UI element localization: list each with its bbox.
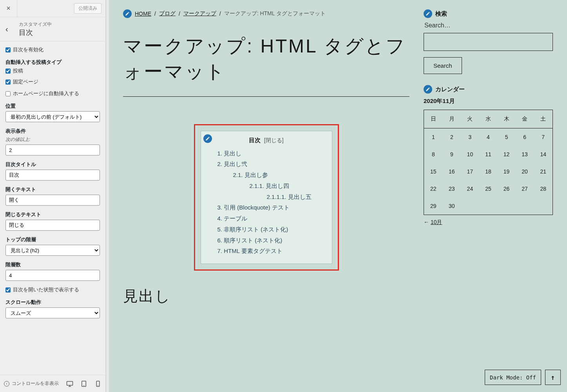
calendar-cell[interactable]: 17 [461, 163, 479, 180]
calendar-cell[interactable]: 3 [461, 128, 479, 146]
calendar-cell[interactable]: 11 [479, 146, 498, 163]
calendar-cell[interactable]: 13 [516, 146, 534, 163]
calendar-prev-link[interactable]: ← 10月 [424, 219, 553, 226]
calendar-cell [534, 197, 553, 215]
calendar-cell[interactable]: 29 [424, 197, 443, 215]
toc-title-input[interactable] [5, 170, 100, 181]
calendar-cell[interactable]: 8 [424, 146, 443, 163]
toc-item[interactable]: 5. 非順序リスト (ネスト化) [209, 224, 324, 235]
top-level-label: トップの階層 [5, 236, 100, 243]
toc-item[interactable]: 4. テーブル [209, 213, 324, 224]
edit-shortcut-icon[interactable] [424, 9, 432, 18]
search-label: Search… [424, 22, 553, 29]
calendar-cell[interactable]: 21 [534, 163, 553, 180]
publish-button[interactable]: 公開済み [74, 3, 101, 14]
breadcrumb-markup[interactable]: マークアップ [183, 10, 216, 17]
calendar-cell[interactable]: 5 [497, 128, 516, 146]
section-title: 目次 [19, 28, 52, 37]
toc-title-label: 目次タイトル [5, 161, 100, 168]
display-condition-label: 表示条件 [5, 128, 100, 135]
desktop-icon[interactable] [66, 380, 73, 387]
sidebar-scrollbar[interactable] [106, 0, 109, 392]
calendar-cell[interactable]: 14 [534, 146, 553, 163]
display-condition-sublabel: 次の値以上: [5, 136, 100, 143]
mobile-icon[interactable] [94, 380, 101, 387]
depth-input[interactable] [5, 270, 100, 281]
calendar-cell[interactable]: 25 [479, 180, 498, 197]
scroll-behavior-select[interactable]: スムーズ [5, 307, 100, 318]
search-widget-title: 検索 [435, 10, 447, 18]
breadcrumb-home[interactable]: HOME [135, 11, 151, 17]
toc-item[interactable]: 2. 見出し弐 [209, 159, 324, 170]
enable-toc-checkbox[interactable]: 目次を有効化 [5, 46, 100, 53]
toc-item[interactable]: 2.1.1. 見出し四 [209, 181, 324, 191]
customizer-sidebar: × 公開済み ‹ カスタマイズ中 目次 目次を有効化 自動挿入する投稿タイプ 投… [0, 0, 106, 392]
edit-shortcut-icon[interactable] [123, 9, 132, 18]
calendar-cell[interactable]: 6 [516, 128, 534, 146]
breadcrumb-current: マークアップ: HTML タグとフォーマット [224, 10, 326, 17]
calendar-day-header: 金 [516, 110, 534, 128]
calendar-cell[interactable]: 4 [479, 128, 498, 146]
close-button[interactable]: × [0, 0, 17, 17]
edit-shortcut-icon[interactable] [203, 134, 212, 143]
calendar-cell[interactable]: 7 [534, 128, 553, 146]
initial-open-checkbox[interactable]: 目次を開いた状態で表示する [5, 286, 100, 293]
top-level-select[interactable]: 見出し2 (h2) [5, 245, 100, 256]
toc-toggle[interactable]: [閉じる] [264, 137, 284, 143]
toc-item[interactable]: 6. 順序リスト (ネスト化) [209, 235, 324, 246]
preview-pane: HOME / ブログ / マークアップ / マークアップ: HTML タグとフォ… [109, 0, 567, 392]
calendar-cell[interactable]: 20 [516, 163, 534, 180]
calendar-cell[interactable]: 22 [424, 180, 443, 197]
calendar-cell[interactable]: 28 [534, 180, 553, 197]
calendar-cell[interactable]: 30 [443, 197, 461, 215]
calendar-cell[interactable]: 19 [497, 163, 516, 180]
calendar-day-header: 日 [424, 110, 443, 128]
calendar-cell[interactable]: 18 [479, 163, 498, 180]
toc-item[interactable]: 2.1.1.1. 見出し五 [209, 191, 324, 202]
calendar-cell[interactable]: 24 [461, 180, 479, 197]
display-condition-input[interactable] [5, 145, 100, 155]
calendar-cell[interactable]: 12 [497, 146, 516, 163]
breadcrumb-blog[interactable]: ブログ [159, 10, 176, 17]
calendar-day-header: 木 [497, 110, 516, 128]
tablet-icon[interactable] [80, 380, 87, 387]
calendar-widget-title: カレンダー [435, 86, 465, 93]
hide-controls-toggle[interactable]: ‹ コントロールを非表示 [4, 380, 66, 387]
toc-item[interactable]: 2.1. 見出し参 [209, 170, 324, 181]
calendar-widget: カレンダー 2020年11月 日月火水木金土 12345678910111213… [424, 85, 553, 226]
calendar-cell[interactable]: 26 [497, 180, 516, 197]
homepage-auto-checkbox[interactable]: ホームページに自動挿入する [5, 90, 100, 97]
calendar-cell[interactable]: 1 [424, 128, 443, 146]
close-text-input[interactable] [5, 220, 100, 231]
toc-item[interactable]: 1. 見出し [209, 148, 324, 159]
calendar-cell[interactable]: 10 [461, 146, 479, 163]
open-text-label: 開くテキスト [5, 186, 100, 193]
calendar-cell[interactable]: 27 [516, 180, 534, 197]
calendar-cell[interactable]: 2 [443, 128, 461, 146]
search-widget: 検索 Search… Search [424, 9, 553, 74]
position-select[interactable]: 最初の見出しの前 (デフォルト) [5, 111, 100, 122]
scroll-top-button[interactable]: ↑ [545, 370, 561, 385]
toc-item[interactable]: 3. 引用 (Blockquote) テスト [209, 202, 324, 213]
position-label: 位置 [5, 103, 100, 110]
toc-item[interactable]: 7. HTML 要素タグテスト [209, 246, 324, 257]
toc-title: 目次 [249, 137, 261, 143]
search-input[interactable] [424, 33, 553, 51]
calendar-cell [497, 197, 516, 215]
calendar-cell[interactable]: 23 [443, 180, 461, 197]
post-checkbox[interactable]: 投稿 [5, 67, 100, 74]
close-text-label: 閉じるテキスト [5, 211, 100, 218]
calendar-cell[interactable]: 9 [443, 146, 461, 163]
toc-box: 目次 [閉じる] 1. 見出し2. 見出し弐2.1. 見出し参2.1.1. 見出… [201, 131, 332, 264]
calendar-cell [516, 197, 534, 215]
calendar-day-header: 火 [461, 110, 479, 128]
dark-mode-toggle[interactable]: Dark Mode: Off [485, 370, 541, 385]
open-text-input[interactable] [5, 195, 100, 206]
toc-highlight-box: 目次 [閉じる] 1. 見出し2. 見出し弐2.1. 見出し参2.1.1. 見出… [194, 124, 339, 271]
calendar-cell[interactable]: 15 [424, 163, 443, 180]
page-checkbox[interactable]: 固定ページ [5, 78, 100, 85]
edit-shortcut-icon[interactable] [424, 85, 432, 94]
calendar-cell[interactable]: 16 [443, 163, 461, 180]
search-button[interactable]: Search [424, 57, 462, 74]
back-button[interactable]: ‹ [5, 25, 15, 34]
